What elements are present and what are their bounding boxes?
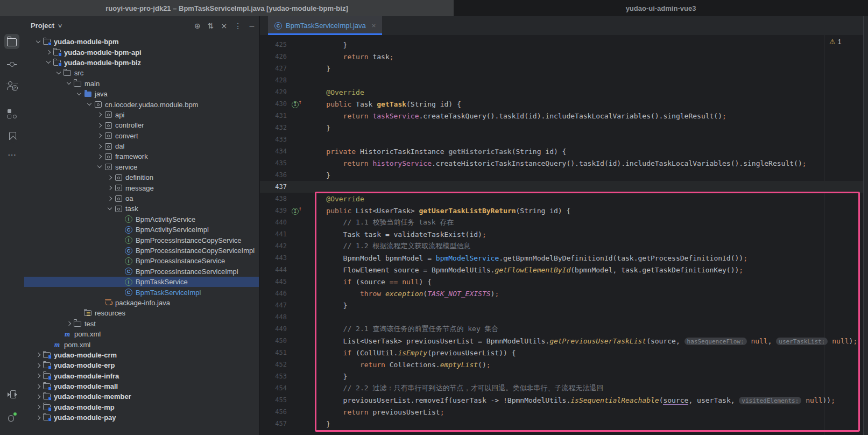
tree-item[interactable]: CBpmTaskServiceImpl (24, 287, 259, 297)
chevron-right-icon[interactable] (34, 361, 43, 370)
chevron-down-icon[interactable] (85, 100, 94, 109)
pr-tool-icon[interactable]: ? (4, 78, 19, 93)
tree-item[interactable]: yudao-module-bpm-biz (24, 58, 259, 68)
code-line: 426 return task; (260, 51, 868, 62)
chevron-right-icon[interactable] (105, 184, 114, 192)
tree-item[interactable]: yudao-module-bpm (24, 37, 259, 47)
code-line: 453 } (260, 370, 868, 382)
tree-item[interactable]: framework (24, 151, 259, 162)
expand-all-icon[interactable]: ⇅ (208, 22, 214, 30)
tree-item[interactable]: oa (24, 193, 259, 204)
chevron-down-icon[interactable] (75, 90, 83, 99)
structure-icon (7, 109, 17, 119)
chevron-right-icon[interactable] (105, 194, 114, 203)
tree-item[interactable]: IBpmProcessInstanceService (24, 256, 259, 266)
tree-item[interactable]: yudao-module-mp (24, 402, 259, 412)
chevron-right-icon[interactable] (34, 392, 43, 401)
chevron-right-icon[interactable] (34, 403, 43, 411)
tree-item[interactable]: message (24, 183, 259, 193)
tree-item[interactable]: test (24, 319, 259, 329)
more-icon: ⋯ (7, 150, 17, 160)
chevron-right-icon[interactable] (95, 142, 104, 151)
commit-tool-icon[interactable] (4, 57, 19, 72)
tree-item[interactable]: IBpmProcessInstanceCopyService (24, 235, 259, 245)
tree-item[interactable]: convert (24, 131, 259, 141)
tree-item[interactable]: service (24, 162, 259, 172)
tree-item[interactable]: task (24, 204, 259, 214)
tree-item[interactable]: api (24, 110, 259, 120)
run-tool-icon[interactable] (4, 387, 19, 402)
options-icon[interactable]: ⋮ (234, 22, 242, 30)
package-icon (114, 173, 123, 182)
tree-item[interactable]: package-info.java (24, 298, 259, 308)
chevron-right-icon[interactable] (105, 173, 114, 182)
chevron-right-icon[interactable] (95, 152, 104, 161)
chevron-right-icon[interactable] (34, 350, 43, 359)
tree-item[interactable]: yudao-module-erp (24, 360, 259, 370)
editor-tab[interactable]: C BpmTaskServiceImpl.java × (268, 16, 382, 35)
locate-icon[interactable]: ⊕ (194, 22, 201, 30)
chevron-down-icon[interactable] (65, 79, 73, 88)
tree-item[interactable]: yudao-module-pay (24, 412, 259, 423)
chevron-right-icon[interactable] (95, 131, 104, 140)
editor[interactable]: C BpmTaskServiceImpl.java × ⚠ 1 425 }426… (260, 16, 868, 435)
structure-tool-icon[interactable] (4, 107, 19, 122)
tree-item[interactable]: resources (24, 308, 259, 318)
tree-item[interactable]: IBpmTaskService (24, 277, 259, 287)
chevron-right-icon[interactable] (65, 319, 73, 328)
code-area[interactable]: 425 }426 return task;427 }428429 @Overri… (260, 35, 868, 435)
chevron-right-icon[interactable] (34, 371, 43, 380)
code-text: throw exception(TASK_NOT_EXISTS); (309, 290, 499, 298)
package-icon (104, 163, 112, 171)
tab-close-icon[interactable]: × (372, 22, 376, 30)
implements-gutter-icon[interactable]: I (287, 100, 309, 108)
project-tool-icon[interactable] (4, 34, 19, 49)
chevron-right-icon[interactable] (44, 48, 53, 57)
tree-item[interactable]: java (24, 89, 259, 99)
chevron-down-icon[interactable] (34, 38, 43, 46)
chevron-down-icon[interactable]: ∨ (58, 23, 63, 29)
tree-item[interactable]: yudao-module-mall (24, 381, 259, 391)
tree-item[interactable]: definition (24, 172, 259, 183)
tree-item[interactable]: dal (24, 141, 259, 151)
chevron-down-icon[interactable] (54, 69, 63, 78)
chevron-right-icon[interactable] (95, 121, 104, 130)
tree-item-label: api (115, 111, 124, 119)
code-text: } (309, 373, 347, 381)
tree-item[interactable]: CBpmActivityServiceImpl (24, 224, 259, 235)
project-panel-toolbar: ⊕⇅×⋮− (194, 22, 255, 30)
project-tree[interactable]: yudao-module-bpmyudao-module-bpm-apiyuda… (24, 35, 259, 435)
chevron-right-icon[interactable] (34, 382, 43, 391)
chevron-down-icon[interactable] (105, 205, 114, 213)
tree-item[interactable]: IBpmActivityService (24, 214, 259, 224)
tree-item[interactable]: yudao-module-member (24, 391, 259, 402)
tree-item[interactable]: yudao-module-crm (24, 350, 259, 360)
code-line: 442 // 1.2 根据流程定义获取流程模型信息 (260, 240, 868, 252)
more-tool-icon[interactable]: ⋯ (4, 148, 19, 163)
hide-icon[interactable]: − (249, 22, 255, 30)
tree-item[interactable]: controller (24, 120, 259, 130)
class-icon: C (124, 226, 133, 234)
chevron-right-icon[interactable] (95, 110, 104, 119)
tree-item[interactable]: CBpmProcessInstanceCopyServiceImpl (24, 245, 259, 256)
implements-gutter-icon[interactable]: I (287, 206, 309, 215)
tree-item[interactable]: cn.iocoder.yudao.module.bpm (24, 99, 259, 109)
chevron-down-icon[interactable] (95, 163, 104, 171)
tree-item[interactable]: mpom.xml (24, 339, 259, 349)
package-icon (104, 152, 112, 161)
build-tool-icon[interactable] (4, 431, 19, 435)
chevron-down-icon[interactable] (44, 58, 53, 67)
collapse-all-icon[interactable]: × (221, 22, 228, 30)
tree-item[interactable]: src (24, 68, 259, 78)
module-icon (43, 382, 51, 391)
tree-item[interactable]: yudao-module-bpm-api (24, 47, 259, 57)
tree-item[interactable]: CBpmProcessInstanceServiceImpl (24, 266, 259, 277)
chevron-right-icon[interactable] (34, 413, 43, 422)
code-text: return historyService.createHistoricTask… (309, 159, 807, 167)
problems-tool-icon[interactable] (4, 410, 19, 425)
tree-item[interactable]: mpom.xml (24, 329, 259, 339)
tree-item[interactable]: yudao-module-infra (24, 371, 259, 381)
bookmark-tool-icon[interactable] (4, 128, 19, 143)
tree-item[interactable]: main (24, 79, 259, 89)
project-panel-title[interactable]: Project (31, 22, 54, 30)
